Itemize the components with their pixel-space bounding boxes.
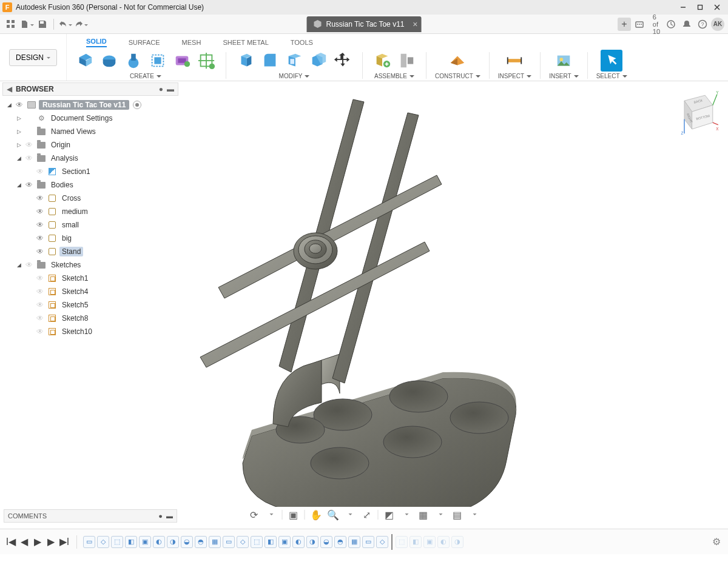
insert-derive-button[interactable] (553, 50, 575, 72)
visibility-icon[interactable]: 👁 (24, 181, 34, 189)
timeline-feature[interactable]: ◐ (292, 536, 305, 548)
visibility-icon[interactable]: 👁 (24, 261, 34, 269)
fillet-button[interactable] (259, 50, 281, 72)
visibility-icon[interactable]: 👁 (35, 287, 45, 296)
workspace-button[interactable]: DESIGN (9, 49, 57, 66)
move-button[interactable] (332, 50, 354, 72)
combine-button[interactable] (308, 50, 329, 72)
tree-root[interactable]: ◢ 👁 Russian Tic Tac Toe v11 (4, 98, 177, 112)
revolve-button[interactable] (147, 50, 169, 72)
file-menu-button[interactable] (19, 17, 34, 32)
document-tab[interactable]: Russian Tic Tac Toe v11 × (307, 16, 422, 32)
visibility-icon[interactable]: 👁 (35, 221, 45, 229)
new-component-button[interactable] (371, 50, 393, 72)
timeline-feature[interactable]: ◧ (410, 536, 422, 548)
timeline-feature[interactable]: ▦ (209, 536, 221, 548)
timeline-feature[interactable]: ◐ (153, 536, 165, 548)
tree-doc-settings[interactable]: ▷ ⚙ Document Settings (4, 112, 177, 125)
timeline-feature[interactable]: ▦ (348, 536, 360, 548)
timeline-settings-button[interactable]: ⚙ (710, 536, 723, 547)
tree-bodies[interactable]: ◢ 👁 Bodies (4, 178, 177, 192)
measure-button[interactable] (504, 50, 525, 72)
visibility-icon[interactable]: 👁 (35, 207, 45, 216)
timeline-feature[interactable]: ◑ (451, 536, 463, 548)
timeline-feature[interactable]: ▭ (83, 536, 95, 548)
tree-sketch8[interactable]: 👁Sketch8 (4, 312, 177, 325)
look-at-button[interactable]: ▣ (286, 508, 302, 521)
timeline-feature[interactable]: ◒ (320, 536, 332, 548)
tab-surface[interactable]: SURFACE (129, 39, 160, 47)
viewport[interactable]: ◀ BROWSER ● ▬ ◢ 👁 Russian Tic Tac Toe v1… (0, 81, 728, 529)
expand-icon[interactable]: ◢ (16, 155, 22, 161)
tree-body-cross[interactable]: 👁Cross (4, 192, 177, 205)
timeline-feature[interactable]: ◇ (97, 536, 109, 548)
timeline-forward-button[interactable]: ▶ (45, 536, 57, 548)
group-insert-label[interactable]: INSERT (549, 73, 579, 79)
visibility-icon[interactable]: 👁 (35, 167, 45, 176)
emboss-button[interactable] (171, 50, 193, 72)
timeline-feature[interactable]: ▭ (362, 536, 374, 548)
timeline-feature[interactable]: ▭ (223, 536, 235, 548)
visibility-icon[interactable]: 👁 (35, 314, 45, 323)
expand-icon[interactable]: ◢ (16, 182, 22, 188)
viewcube[interactable]: RIGHT BACK BOTTOM X Y Z (673, 91, 717, 135)
maximize-button[interactable] (692, 1, 709, 13)
construct-plane-button[interactable] (447, 50, 468, 72)
timeline-feature[interactable]: ◑ (306, 536, 318, 548)
joint-button[interactable] (396, 50, 417, 72)
timeline-feature[interactable]: ◒ (181, 536, 193, 548)
group-create-label[interactable]: CREATE (130, 73, 161, 79)
timeline-start-button[interactable]: I◀ (5, 536, 17, 548)
display-menu[interactable] (399, 508, 414, 521)
fit-button[interactable]: ⤢ (359, 508, 375, 521)
select-button[interactable] (601, 50, 622, 72)
tree-sketch4[interactable]: 👁Sketch4 (4, 285, 177, 298)
tree-body-small[interactable]: 👁small (4, 218, 177, 232)
timeline-feature[interactable]: ▣ (139, 536, 151, 548)
timeline-back-button[interactable]: ◀ (18, 536, 30, 548)
user-avatar[interactable]: AK (711, 18, 724, 31)
close-button[interactable] (709, 1, 726, 13)
pan-button[interactable]: ✋ (308, 508, 324, 521)
extrude-button[interactable] (123, 50, 144, 72)
timeline-feature[interactable]: ◧ (125, 536, 137, 548)
timeline-play-button[interactable]: ▶ (32, 536, 44, 548)
tree-named-views[interactable]: ▷ Named Views (4, 125, 177, 138)
help-button[interactable]: ? (695, 17, 710, 32)
tree-body-stand[interactable]: 👁Stand (4, 245, 177, 258)
close-tab-button[interactable]: × (413, 19, 417, 29)
timeline-feature[interactable]: ◓ (195, 536, 207, 548)
expand-icon[interactable]: ▷ (16, 115, 22, 121)
tree-sketches[interactable]: ◢ 👁 Sketches (4, 258, 177, 272)
data-panel-button[interactable] (4, 17, 18, 32)
expand-icon[interactable]: ▷ (16, 129, 22, 135)
timeline-feature[interactable]: ◑ (167, 536, 179, 548)
tree-origin[interactable]: ▷ 👁 Origin (4, 138, 177, 152)
press-pull-button[interactable] (235, 50, 257, 72)
timeline-feature[interactable]: ◧ (265, 536, 277, 548)
visibility-icon[interactable]: 👁 (35, 247, 45, 256)
viewport-menu[interactable] (467, 508, 482, 521)
visibility-icon[interactable]: 👁 (35, 194, 45, 202)
create-form-button[interactable] (98, 50, 120, 72)
visibility-icon[interactable]: 👁 (35, 234, 45, 242)
shell-button[interactable] (283, 50, 305, 72)
tree-sketch5[interactable]: 👁Sketch5 (4, 298, 177, 312)
group-assemble-label[interactable]: ASSEMBLE (374, 73, 414, 79)
save-button[interactable] (35, 17, 50, 32)
tree-section1[interactable]: 👁 Section1 (4, 165, 177, 178)
timeline-feature[interactable]: ⬚ (396, 536, 408, 548)
model-canvas[interactable] (182, 87, 534, 524)
notifications-button[interactable] (679, 17, 694, 32)
tree-body-big[interactable]: 👁big (4, 232, 177, 245)
comments-options-button[interactable]: ● (158, 512, 163, 520)
visibility-icon[interactable]: 👁 (35, 327, 45, 336)
tree-sketch10[interactable]: 👁Sketch10 (4, 325, 177, 338)
visibility-icon[interactable]: 👁 (35, 301, 45, 309)
expand-icon[interactable]: ▷ (16, 142, 22, 148)
visibility-icon[interactable]: 👁 (24, 141, 34, 149)
new-sketch-button[interactable] (74, 50, 96, 72)
orbit-button[interactable]: ⟳ (246, 508, 262, 521)
hole-button[interactable] (195, 50, 217, 72)
job-status-button[interactable]: 6 of 10 (648, 17, 662, 32)
